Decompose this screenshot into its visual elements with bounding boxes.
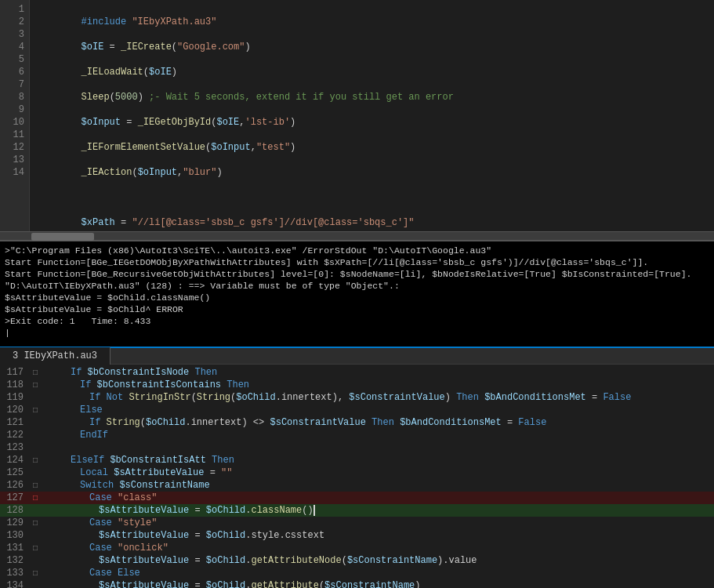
code-line-121: 121 If String($oChild.innertext) <> $sCo…: [0, 416, 714, 429]
code-line-117: 117 □ If $bConstraintIsNode Then: [0, 366, 714, 379]
output-line-2: Start Function=[BGe_IEGetDOMObjByXPathWi…: [5, 256, 709, 268]
code-line-130: 130 $sAttributeValue = $oChild.style.css…: [0, 529, 714, 542]
output-line-8: |: [5, 327, 709, 339]
code-line-124: 124 □ ElseIf $bConstraintIsAtt Then: [0, 454, 714, 466]
tab-label: 3 IEbyXPath.au3: [13, 350, 97, 361]
code-line-134: 134 $sAttributeValue = $oChild.getAttrib…: [0, 579, 714, 588]
output-line-1: >"C:\Program Files (x86)\AutoIt3\SciTE\.…: [5, 245, 709, 256]
output-line-7: >Exit code: 1 Time: 8.433: [5, 315, 709, 327]
code-line-119: 119 If Not StringInStr(String($oChild.in…: [0, 391, 714, 404]
top-editor: 1 2 3 4 5 6 7 8 9 10 11 12 13 14 #includ…: [0, 0, 714, 231]
tab-bar: 3 IEbyXPath.au3: [0, 347, 714, 364]
code-line-122: 122 EndIf: [0, 429, 714, 441]
scroll-thumb-top[interactable]: [31, 233, 94, 241]
fold-btn-118[interactable]: □: [30, 381, 41, 390]
fold-btn-131[interactable]: □: [30, 544, 41, 553]
horizontal-scrollbar-top[interactable]: [0, 231, 714, 241]
code-line-118: 118 □ If $bConstraintIsContains Then: [0, 379, 714, 391]
bottom-editor: 117 □ If $bConstraintIsNode Then 118 □ I…: [0, 364, 714, 588]
output-line-3: Start Function=[BGe_RecursiveGetObjWithA…: [5, 268, 709, 280]
output-line-6: $sAttributeValue = $oChild^ ERROR: [5, 303, 709, 315]
tab-iebyxpath[interactable]: 3 IEbyXPath.au3: [0, 347, 111, 365]
code-line-127: 127 □ Case "class": [0, 492, 714, 504]
code-line-128: 128 $sAttributeValue = $oChild.className…: [0, 504, 714, 517]
line-numbers-top: 1 2 3 4 5 6 7 8 9 10 11 12 13 14: [0, 0, 30, 231]
code-line-123: 123: [0, 441, 714, 454]
code-line-129: 129 □ Case "style": [0, 517, 714, 529]
code-line-131: 131 □ Case "onclick": [0, 542, 714, 554]
fold-btn-124[interactable]: □: [30, 456, 41, 465]
fold-btn-129[interactable]: □: [30, 519, 41, 528]
code-line-125: 125 Local $sAttributeValue = "": [0, 466, 714, 479]
output-line-5: $sAttributeValue = $oChild.className(): [5, 292, 709, 303]
fold-btn-126[interactable]: □: [30, 481, 41, 490]
code-line-120: 120 □ Else: [0, 404, 714, 416]
code-line-126: 126 □ Switch $sConstraintName: [0, 479, 714, 492]
fold-btn-117[interactable]: □: [30, 368, 41, 377]
fold-btn-127[interactable]: □: [30, 494, 41, 503]
code-line-133: 133 □ Case Else: [0, 567, 714, 579]
code-content-top[interactable]: #include "IEbyXPath.au3" $oIE = _IECreat…: [30, 0, 714, 231]
output-line-4: "D:\AutoIT\IEbyXPath.au3" (128) : ==> Va…: [5, 280, 709, 292]
fold-btn-133[interactable]: □: [30, 569, 41, 578]
fold-btn-120[interactable]: □: [30, 406, 41, 415]
output-panel: >"C:\Program Files (x86)\AutoIt3\SciTE\.…: [0, 241, 714, 347]
code-line-132: 132 $sAttributeValue = $oChild.getAttrib…: [0, 554, 714, 567]
